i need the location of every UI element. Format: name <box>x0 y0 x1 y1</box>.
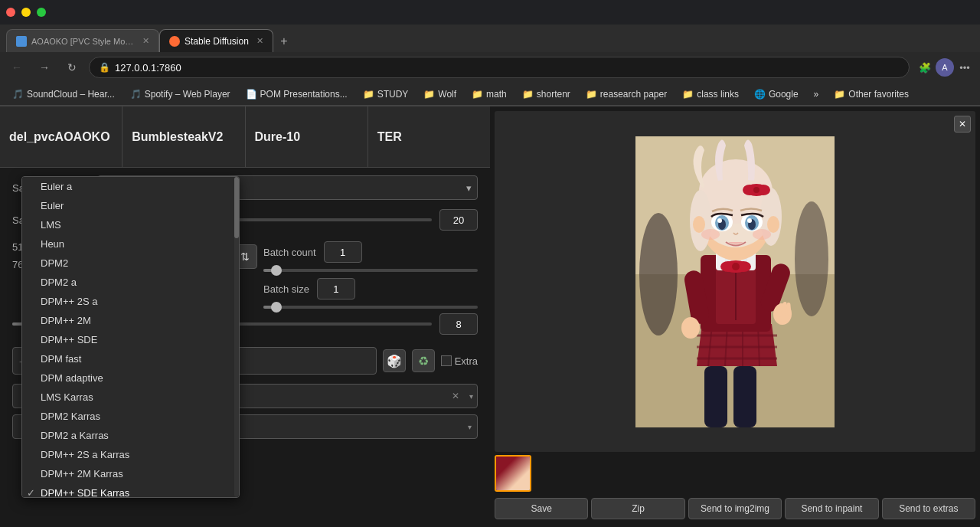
dropdown-scrollbar-thumb <box>234 177 239 238</box>
image-close-button[interactable]: ✕ <box>954 116 971 133</box>
bookmark-pom[interactable]: 📄 POM Presentations... <box>240 85 354 103</box>
bookmark-google[interactable]: 🌐 Google <box>748 85 805 103</box>
bookmark-wolf[interactable]: 📁 Wolf <box>417 85 462 103</box>
dropdown-heun[interactable]: Heun <box>22 234 239 254</box>
dropdown-dpm2sakarras[interactable]: DPM++ 2S a Karras <box>22 445 239 464</box>
dropdown-dpm2akarras[interactable]: DPM2 a Karras <box>22 426 239 445</box>
batch-count-handle[interactable] <box>271 265 282 276</box>
svg-point-23 <box>732 263 740 270</box>
bookmark-math-label: math <box>486 89 507 100</box>
bookmark-google-label: Google <box>769 89 799 100</box>
bookmark-class-icon: 📁 <box>682 89 694 100</box>
bookmark-soundcloud-label: SoundCloud – Hear... <box>27 89 115 100</box>
title-bar <box>0 0 980 25</box>
app-content: del_pvcAOAOKO BumblesteakV2 Dure-10 TER … <box>0 106 980 527</box>
window-maximize-button[interactable] <box>37 8 46 17</box>
bookmark-research[interactable]: 📁 reasearch paper <box>580 85 673 103</box>
dropdown-dpm2karras[interactable]: DPM2 Karras <box>22 407 239 426</box>
batch-size-handle[interactable] <box>271 302 282 313</box>
bookmark-math[interactable]: 📁 math <box>466 85 513 103</box>
script-down-2[interactable]: ▾ <box>468 423 472 431</box>
svg-rect-6 <box>733 366 756 427</box>
dropdown-dpmsdekarras[interactable]: ✓ DPM++ SDE Karras <box>22 483 239 498</box>
dropdown-lms[interactable]: LMS <box>22 215 239 234</box>
bookmark-spotify[interactable]: 🎵 Spotify – Web Player <box>124 85 237 103</box>
batch-count-label: Batch count <box>263 247 316 258</box>
recycle-button[interactable]: ♻ <box>412 349 435 372</box>
dropdown-dpm2a[interactable]: DPM2 a <box>22 273 239 292</box>
back-button[interactable]: ← <box>6 57 28 78</box>
more-options-icon[interactable]: ••• <box>956 58 974 77</box>
checkmark-icon: ✓ <box>27 487 35 498</box>
zip-button[interactable]: Zip <box>591 498 684 519</box>
batch-count-slider-row <box>263 269 478 272</box>
bookmark-class-label: class links <box>697 89 739 100</box>
window-close-button[interactable] <box>6 8 15 17</box>
model-card-4[interactable]: TER <box>368 106 490 167</box>
batch-size-value[interactable]: 1 <box>317 278 355 300</box>
dropdown-euler[interactable]: Euler <box>22 196 239 215</box>
dropdown-dpmsdekarras-label: DPM++ SDE Karras <box>41 487 129 498</box>
sampling-steps-value[interactable]: 20 <box>439 209 478 231</box>
model-card-2[interactable]: BumblesteakV2 <box>122 106 245 167</box>
save-button[interactable]: Save <box>495 498 588 519</box>
dropdown-dpm2sa[interactable]: DPM++ 2S a <box>22 292 239 311</box>
tab-stable-diffusion[interactable]: Stable Diffusion ✕ <box>159 29 273 52</box>
bookmark-google-icon: 🌐 <box>754 89 766 100</box>
extra-checkbox[interactable] <box>441 355 452 366</box>
bookmark-wolf-label: Wolf <box>438 89 456 100</box>
window-minimize-button[interactable] <box>21 8 31 17</box>
batch-count-track[interactable] <box>263 269 478 272</box>
thumbnail-1[interactable] <box>495 455 531 492</box>
script-close-1[interactable]: ✕ <box>452 391 459 401</box>
tab-aoaoko-close[interactable]: ✕ <box>142 36 149 46</box>
dropdown-dpmadaptive-label: DPM adaptive <box>41 372 103 384</box>
bookmark-shortenr-label: shortenr <box>537 89 570 100</box>
profile-icon[interactable]: A <box>936 58 954 77</box>
tab-stable-diffusion-close[interactable]: ✕ <box>256 36 263 46</box>
send-extras-button[interactable]: Send to extras <box>882 498 975 519</box>
page-wrapper: AOAOKO [PVC Style Model] - PV ✕ Stable D… <box>0 0 980 527</box>
model-card-4-label: TER <box>377 130 402 144</box>
refresh-button[interactable]: ↻ <box>61 57 83 78</box>
extensions-icon[interactable]: 🧩 <box>916 58 934 77</box>
dice-button[interactable]: 🎲 <box>383 349 406 372</box>
dropdown-dpmsde-label: DPM++ SDE <box>41 334 97 345</box>
dropdown-lmskarras[interactable]: LMS Karras <box>22 388 239 407</box>
svg-point-44 <box>747 218 752 223</box>
bookmark-more-label: » <box>814 89 819 100</box>
model-card-3[interactable]: Dure-10 <box>246 106 368 167</box>
cfg-value[interactable]: 8 <box>439 313 478 335</box>
dropdown-dpmfast[interactable]: DPM fast <box>22 349 239 368</box>
send-img2img-button[interactable]: Send to img2img <box>688 498 782 519</box>
dropdown-dpmsde[interactable]: DPM++ SDE <box>22 330 239 349</box>
bookmark-other[interactable]: 📁 Other favorites <box>828 85 915 103</box>
bookmark-more[interactable]: » <box>808 85 825 103</box>
dropdown-dpm2m[interactable]: DPM++ 2M <box>22 311 239 330</box>
send-inpaint-button[interactable]: Send to inpaint <box>785 498 878 519</box>
dropdown-scrollbar[interactable] <box>234 177 239 497</box>
bookmark-shortenr[interactable]: 📁 shortenr <box>516 85 577 103</box>
dropdown-dpm2sa-label: DPM++ 2S a <box>41 296 97 307</box>
svg-point-46 <box>753 229 771 240</box>
bookmark-class[interactable]: 📁 class links <box>676 85 745 103</box>
batch-size-track[interactable] <box>263 306 478 309</box>
model-card-1[interactable]: del_pvcAOAOKO <box>0 106 122 167</box>
forward-button[interactable]: → <box>34 57 55 78</box>
new-tab-button[interactable]: + <box>273 31 295 52</box>
browser-chrome: AOAOKO [PVC Style Model] - PV ✕ Stable D… <box>0 0 980 106</box>
tab-aoaoko[interactable]: AOAOKO [PVC Style Model] - PV ✕ <box>6 29 159 52</box>
script-down-1[interactable]: ▾ <box>469 392 473 401</box>
dropdown-dpm2mkarras[interactable]: DPM++ 2M Karras <box>22 464 239 483</box>
batch-size-row: Batch size 1 <box>263 278 478 300</box>
dropdown-dpmadaptive[interactable]: DPM adaptive <box>22 368 239 388</box>
bookmark-soundcloud-icon: 🎵 <box>12 89 24 100</box>
model-card-2-label: BumblesteakV2 <box>132 130 223 144</box>
batch-count-value[interactable]: 1 <box>324 241 362 263</box>
bookmark-study[interactable]: 📁 STUDY <box>357 85 415 103</box>
batch-count-row: Batch count 1 <box>263 241 478 263</box>
dropdown-euler-a[interactable]: Euler a <box>22 177 239 196</box>
url-bar[interactable]: 🔒 127.0.0.1:7860 <box>89 57 910 78</box>
dropdown-dpm2[interactable]: DPM2 <box>22 254 239 273</box>
bookmark-soundcloud[interactable]: 🎵 SoundCloud – Hear... <box>6 85 121 103</box>
